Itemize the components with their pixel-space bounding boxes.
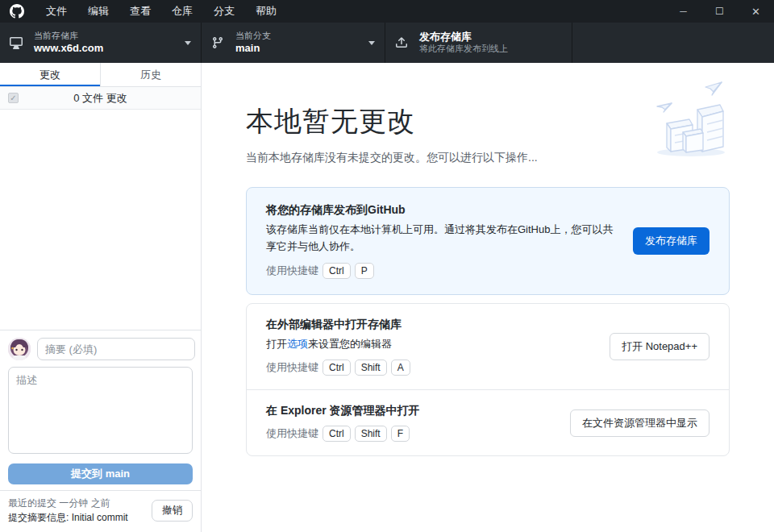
maximize-button[interactable]: ☐ bbox=[701, 0, 738, 23]
tab-history[interactable]: 历史 bbox=[101, 63, 201, 86]
chevron-down-icon bbox=[185, 41, 191, 45]
commit-form: 提交到 main 最近的提交 一分钟 之前 提交摘要信息: Initial co… bbox=[0, 330, 201, 532]
git-branch-icon bbox=[211, 36, 224, 49]
key-shift: Shift bbox=[355, 426, 387, 442]
chevron-down-icon bbox=[368, 41, 375, 45]
toolbar: 当前存储库 www.x6d.com 当前分支 main 发布存储库 将此存储库发… bbox=[0, 23, 774, 63]
changes-header: ✓ 0 文件 更改 bbox=[0, 87, 201, 110]
key-ctrl: Ctrl bbox=[322, 263, 351, 279]
publish-toolbar-subtitle: 将此存储库发布到线上 bbox=[419, 44, 508, 55]
commit-description-input[interactable] bbox=[8, 367, 193, 454]
menu-edit[interactable]: 编辑 bbox=[77, 0, 119, 23]
recent-commit-summary-label: 提交摘要信息: bbox=[8, 512, 72, 523]
publish-card-title: 将您的存储库发布到GitHub bbox=[266, 203, 618, 218]
key-ctrl: Ctrl bbox=[322, 426, 351, 442]
publish-card: 将您的存储库发布到GitHub 该存储库当前仅在本地计算机上可用。通过将其发布在… bbox=[246, 187, 730, 295]
repository-name: www.x6d.com bbox=[34, 42, 103, 55]
commit-button[interactable]: 提交到 main bbox=[8, 463, 193, 484]
key-a: A bbox=[391, 360, 410, 376]
key-f: F bbox=[391, 426, 410, 442]
key-ctrl: Ctrl bbox=[322, 360, 351, 376]
tab-changes[interactable]: 更改 bbox=[0, 63, 101, 86]
recent-commit-section: 最近的提交 一分钟 之前 提交摘要信息: Initial commit 撤销 bbox=[0, 490, 201, 532]
key-shift: Shift bbox=[355, 360, 387, 376]
menu-view[interactable]: 查看 bbox=[119, 0, 161, 23]
open-editor-button[interactable]: 打开 Notepad++ bbox=[610, 333, 710, 360]
show-in-explorer-button[interactable]: 在文件资源管理器中显示 bbox=[570, 409, 710, 437]
window-controls: ─ ☐ ✕ bbox=[665, 0, 774, 23]
open-editor-body-suffix: 来设置您的编辑器 bbox=[308, 338, 392, 350]
monitor-icon bbox=[10, 36, 23, 49]
changed-files-list bbox=[0, 110, 201, 330]
commit-button-prefix: 提交到 bbox=[71, 468, 106, 480]
branch-name: main bbox=[235, 42, 271, 55]
menu-help[interactable]: 帮助 bbox=[245, 0, 287, 23]
titlebar: 文件 编辑 查看 仓库 分支 帮助 ─ ☐ ✕ bbox=[0, 0, 774, 23]
current-branch-button[interactable]: 当前分支 main bbox=[202, 23, 385, 63]
open-explorer-row: 在 Explorer 资源管理器中打开 使用快捷键 Ctrl Shift F 在… bbox=[247, 389, 729, 455]
open-editor-title: 在外部编辑器中打开存储库 bbox=[266, 318, 595, 332]
undo-button[interactable]: 撤销 bbox=[152, 500, 193, 522]
open-editor-shortcut: 使用快捷键 Ctrl Shift A bbox=[266, 360, 595, 376]
upload-icon bbox=[395, 36, 408, 49]
menu-file[interactable]: 文件 bbox=[35, 0, 77, 23]
github-logo-icon bbox=[10, 4, 24, 19]
changes-count-label: 0 文件 更改 bbox=[0, 91, 201, 106]
sidebar: 更改 历史 ✓ 0 文件 更改 bbox=[0, 63, 202, 532]
open-actions-card: 在外部编辑器中打开存储库 打开选项来设置您的编辑器 使用快捷键 Ctrl Shi… bbox=[246, 303, 730, 457]
boxes-illustration bbox=[643, 79, 735, 160]
options-link[interactable]: 选项 bbox=[287, 338, 308, 350]
menu-repository[interactable]: 仓库 bbox=[161, 0, 203, 23]
shortcut-label: 使用快捷键 bbox=[266, 264, 318, 278]
shortcut-label: 使用快捷键 bbox=[266, 360, 318, 375]
open-editor-body: 打开选项来设置您的编辑器 bbox=[266, 336, 595, 353]
publish-toolbar-title: 发布存储库 bbox=[419, 31, 508, 44]
publish-repository-toolbar-button[interactable]: 发布存储库 将此存储库发布到线上 bbox=[385, 23, 572, 63]
repository-label: 当前存储库 bbox=[34, 31, 103, 42]
recent-commit-summary-value: Initial commit bbox=[72, 512, 128, 523]
main-panel: 本地暂无更改 当前本地存储库没有未提交的更改。您可以进行以下操作... 将您的存… bbox=[202, 63, 774, 532]
user-avatar bbox=[8, 338, 31, 360]
content: 更改 历史 ✓ 0 文件 更改 bbox=[0, 63, 774, 532]
open-explorer-shortcut: 使用快捷键 Ctrl Shift F bbox=[266, 426, 556, 442]
toolbar-spacer bbox=[572, 23, 774, 63]
commit-summary-input[interactable] bbox=[37, 338, 195, 360]
key-p: P bbox=[355, 263, 374, 279]
open-editor-body-prefix: 打开 bbox=[266, 338, 287, 350]
minimize-button[interactable]: ─ bbox=[665, 0, 701, 23]
shortcut-label: 使用快捷键 bbox=[266, 426, 318, 441]
current-repository-button[interactable]: 当前存储库 www.x6d.com bbox=[0, 23, 202, 63]
suggestion-cards: 将您的存储库发布到GitHub 该存储库当前仅在本地计算机上可用。通过将其发布在… bbox=[246, 187, 730, 456]
recent-commit-time: 最近的提交 一分钟 之前 bbox=[8, 497, 128, 510]
sidebar-tabs: 更改 历史 bbox=[0, 63, 201, 87]
publish-repository-button[interactable]: 发布存储库 bbox=[633, 227, 710, 255]
menu-branch[interactable]: 分支 bbox=[203, 0, 245, 23]
publish-card-shortcut: 使用快捷键 Ctrl P bbox=[266, 263, 618, 279]
close-button[interactable]: ✕ bbox=[738, 0, 774, 23]
open-explorer-title: 在 Explorer 资源管理器中打开 bbox=[266, 404, 556, 418]
publish-card-body: 该存储库当前仅在本地计算机上可用。通过将其发布在GitHub上，您可以共享它并与… bbox=[266, 222, 618, 256]
commit-button-branch: main bbox=[106, 468, 130, 480]
recent-commit-summary: 提交摘要信息: Initial commit bbox=[8, 511, 128, 525]
branch-label: 当前分支 bbox=[235, 31, 271, 42]
open-editor-row: 在外部编辑器中打开存储库 打开选项来设置您的编辑器 使用快捷键 Ctrl Shi… bbox=[247, 304, 729, 390]
